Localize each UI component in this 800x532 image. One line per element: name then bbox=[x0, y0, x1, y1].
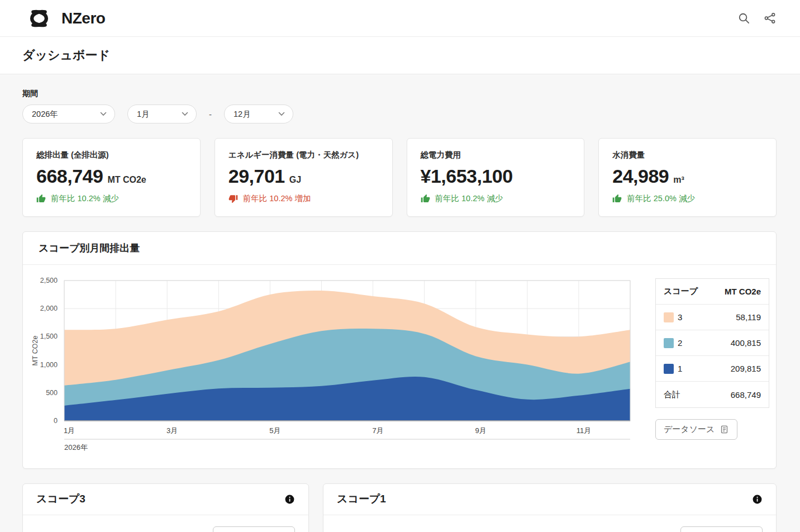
legend-row-total: 合計 668,749 bbox=[656, 382, 769, 407]
scope3-swatch bbox=[664, 312, 674, 322]
svg-text:500: 500 bbox=[46, 389, 58, 397]
svg-text:0: 0 bbox=[54, 417, 58, 425]
kpi-trend-text: 前年比 10.2% 減少 bbox=[435, 193, 503, 204]
thumbs-down-icon bbox=[228, 194, 238, 203]
kpi-card-water: 水消費量 24,989 m³ 前年比 25.0% 減少 bbox=[598, 138, 777, 217]
legend-total-label: 合計 bbox=[664, 390, 680, 400]
period-filters: 2026年 1月 - 12月 bbox=[22, 104, 777, 124]
kpi-value: 24,989 bbox=[612, 165, 669, 187]
svg-text:1月: 1月 bbox=[64, 426, 75, 435]
info-icon[interactable] bbox=[284, 494, 295, 505]
thumbs-up-icon bbox=[36, 194, 46, 203]
year-select[interactable]: 2026年 bbox=[22, 104, 115, 124]
kpi-unit: GJ bbox=[289, 175, 301, 185]
datasource-label: データソース bbox=[664, 424, 715, 435]
start-month-select[interactable]: 1月 bbox=[127, 104, 197, 124]
page-title-bar: ダッシュボード bbox=[0, 37, 800, 74]
kpi-value: 668,749 bbox=[36, 165, 103, 187]
kpi-unit: MT CO2e bbox=[107, 175, 146, 185]
end-month-value: 12月 bbox=[234, 109, 251, 120]
svg-text:3月: 3月 bbox=[166, 426, 178, 435]
kpi-title: 総電力費用 bbox=[421, 150, 571, 160]
kpi-card-total-emissions: 総排出量 (全排出源) 668,749 MT CO2e 前年比 10.2% 減少 bbox=[22, 138, 201, 217]
chevron-down-icon bbox=[182, 112, 188, 116]
svg-text:9月: 9月 bbox=[475, 426, 487, 435]
legend-total-value: 668,749 bbox=[731, 390, 761, 400]
kpi-trend-text: 前年比 10.2% 増加 bbox=[243, 193, 311, 204]
legend-col-scope: スコープ bbox=[664, 286, 698, 297]
scope3-metric-label: 総排出量 (MT CO2e) bbox=[36, 526, 112, 532]
kpi-card-energy: エネルギー消費量 (電力・天然ガス) 29,701 GJ 前年比 10.2% 増… bbox=[215, 138, 393, 217]
kpi-row: 総排出量 (全排出源) 668,749 MT CO2e 前年比 10.2% 減少… bbox=[22, 138, 777, 217]
end-month-select[interactable]: 12月 bbox=[224, 104, 293, 124]
legend-scope-value: 58,119 bbox=[736, 312, 761, 322]
legend-row-scope3: 3 58,119 bbox=[656, 305, 769, 330]
kpi-unit: m³ bbox=[673, 175, 684, 185]
nzero-logo[interactable]: NZero bbox=[22, 7, 105, 30]
dashboard-content: 期間 2026年 1月 - 12月 総排出量 (全排出源) 668,749 bbox=[0, 74, 800, 532]
period-label: 期間 bbox=[22, 89, 777, 99]
svg-text:7月: 7月 bbox=[372, 426, 383, 435]
scope3-card-title: スコープ3 bbox=[36, 492, 85, 506]
legend-col-value: MT CO2e bbox=[725, 287, 761, 296]
datasource-button[interactable]: データソース bbox=[680, 526, 763, 532]
chevron-down-icon bbox=[100, 112, 107, 116]
svg-text:1,000: 1,000 bbox=[40, 361, 58, 369]
scope3-card: スコープ3 総排出量 (MT CO2e) データソース bbox=[22, 483, 309, 532]
svg-text:2,500: 2,500 bbox=[40, 277, 58, 284]
brand-name: NZero bbox=[61, 10, 105, 27]
svg-text:5月: 5月 bbox=[269, 426, 280, 435]
svg-text:11月: 11月 bbox=[577, 426, 592, 435]
kpi-title: 総排出量 (全排出源) bbox=[36, 150, 187, 160]
app-header: NZero bbox=[0, 0, 800, 37]
period-separator: - bbox=[209, 110, 212, 119]
thumbs-up-icon bbox=[612, 194, 622, 203]
search-icon[interactable] bbox=[737, 12, 750, 25]
kpi-title: 水消費量 bbox=[612, 150, 763, 160]
scope2-swatch bbox=[664, 338, 674, 348]
legend-header-row: スコープ MT CO2e bbox=[656, 279, 769, 305]
scope1-metric-label: 総排出量 (MT CO2e) bbox=[337, 526, 412, 532]
kpi-card-electricity-cost: 総電力費用 ¥1,653,100 前年比 10.2% 減少 bbox=[407, 138, 585, 217]
legend-scope-value: 209,815 bbox=[731, 364, 761, 373]
kpi-trend-text: 前年比 25.0% 減少 bbox=[627, 193, 695, 204]
legend-row-scope2: 2 400,815 bbox=[656, 330, 769, 356]
legend-scope-number: 1 bbox=[678, 364, 682, 373]
legend-scope-value: 400,815 bbox=[731, 338, 761, 348]
kpi-value: ¥1,653,100 bbox=[421, 165, 513, 187]
start-month-value: 1月 bbox=[137, 109, 150, 120]
legend-table: スコープ MT CO2e 3 58,119 2 bbox=[655, 278, 769, 408]
scope1-card: スコープ1 総排出量 (MT CO2e) データソース bbox=[323, 483, 777, 532]
thumbs-up-icon bbox=[421, 194, 430, 203]
datasource-button[interactable]: データソース bbox=[655, 419, 737, 440]
document-icon bbox=[720, 425, 729, 434]
kpi-title: エネルギー消費量 (電力・天然ガス) bbox=[228, 150, 379, 160]
legend-scope-number: 2 bbox=[678, 338, 682, 348]
kpi-value: 29,701 bbox=[228, 165, 285, 187]
svg-text:1,500: 1,500 bbox=[40, 332, 58, 340]
page-title: ダッシュボード bbox=[22, 47, 110, 64]
chart-legend-panel: スコープ MT CO2e 3 58,119 2 bbox=[655, 277, 769, 459]
scope1-card-title: スコープ1 bbox=[337, 492, 386, 506]
legend-row-scope1: 1 209,815 bbox=[656, 356, 769, 382]
scope1-swatch bbox=[664, 364, 674, 374]
datasource-button[interactable]: データソース bbox=[213, 526, 295, 532]
legend-scope-number: 3 bbox=[678, 312, 682, 322]
bottom-row: スコープ3 総排出量 (MT CO2e) データソース ス bbox=[22, 483, 777, 532]
nzero-logo-icon bbox=[22, 7, 56, 30]
info-icon[interactable] bbox=[752, 494, 763, 505]
svg-text:2,000: 2,000 bbox=[40, 305, 58, 312]
kpi-trend-text: 前年比 10.2% 減少 bbox=[51, 193, 119, 204]
year-select-value: 2026年 bbox=[32, 109, 58, 120]
monthly-emissions-card: スコープ別月間排出量 05001,0001,5002,0002,500MT CO… bbox=[22, 231, 777, 469]
stacked-area-chart: 05001,0001,5002,0002,500MT CO2e1月3月5月7月9… bbox=[28, 277, 643, 459]
svg-text:2026年: 2026年 bbox=[64, 443, 88, 452]
svg-text:MT CO2e: MT CO2e bbox=[31, 335, 39, 365]
share-icon[interactable] bbox=[764, 12, 777, 25]
chart-title: スコープ別月間排出量 bbox=[23, 232, 776, 265]
chevron-down-icon bbox=[278, 112, 285, 116]
